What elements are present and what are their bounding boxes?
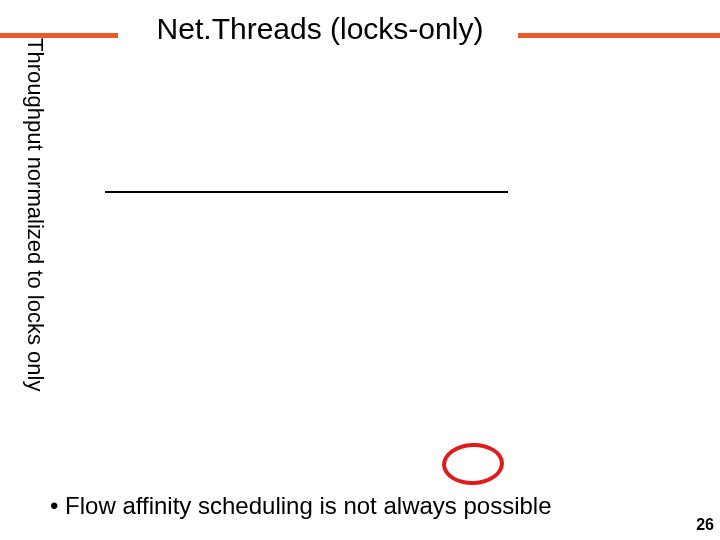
slide-title: Net.Threads (locks-only)	[130, 12, 510, 46]
header-rule-right	[518, 33, 720, 38]
bullet-text: • Flow affinity scheduling is not always…	[50, 492, 552, 520]
chart-y-axis-label: Throughput normalized to locks only	[22, 38, 48, 391]
header-rule-left	[0, 33, 118, 38]
chart-reference-line	[105, 191, 508, 193]
annotation-ellipse	[441, 442, 504, 486]
page-number: 26	[696, 516, 714, 534]
